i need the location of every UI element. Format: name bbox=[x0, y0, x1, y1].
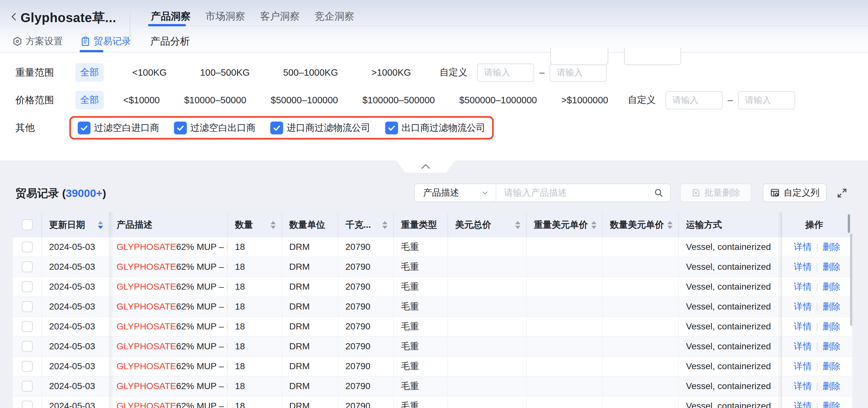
sort-icon[interactable] bbox=[591, 221, 596, 229]
delete-link[interactable]: 删除 bbox=[823, 241, 840, 253]
cell-quantity-unit: DRM bbox=[282, 317, 338, 336]
back-button[interactable] bbox=[8, 11, 20, 23]
action-separator: | bbox=[816, 242, 818, 252]
detail-link[interactable]: 详情 bbox=[794, 320, 812, 333]
detail-link[interactable]: 详情 bbox=[794, 301, 812, 313]
weight-option[interactable]: 100–500KG bbox=[195, 65, 254, 81]
delete-link[interactable]: 删除 bbox=[823, 400, 840, 408]
price-option[interactable]: >$1000000 bbox=[557, 92, 613, 108]
column-header[interactable]: 重量美元单价 bbox=[527, 212, 603, 237]
column-header[interactable]: 数量 bbox=[228, 212, 282, 237]
search-field-select[interactable]: 产品描述 bbox=[415, 184, 496, 201]
sort-icon[interactable] bbox=[515, 221, 520, 229]
sort-icon[interactable] bbox=[668, 221, 673, 229]
cell-quantity-unit: DRM bbox=[282, 237, 338, 257]
sort-desc-caret bbox=[515, 226, 520, 229]
checkbox-checked-icon[interactable] bbox=[270, 122, 283, 134]
delete-link[interactable]: 删除 bbox=[823, 281, 840, 293]
detail-link[interactable]: 详情 bbox=[794, 241, 812, 253]
sort-icon[interactable] bbox=[382, 221, 388, 229]
detail-link[interactable]: 详情 bbox=[794, 261, 812, 273]
detail-link[interactable]: 详情 bbox=[794, 380, 812, 392]
row-checkbox[interactable] bbox=[22, 361, 33, 372]
row-checkbox[interactable] bbox=[22, 321, 33, 332]
price-option[interactable]: $10000–50000 bbox=[180, 92, 251, 108]
column-header[interactable]: 产品描述 bbox=[110, 212, 228, 237]
select-all-checkbox[interactable] bbox=[22, 219, 33, 230]
price-option[interactable]: $100000–500000 bbox=[358, 92, 440, 108]
column-header[interactable]: 更新日期 bbox=[42, 212, 110, 237]
filter-checkbox-item[interactable]: 出口商过滤物流公司 bbox=[385, 122, 485, 134]
price-option[interactable]: $50000–100000 bbox=[266, 92, 343, 108]
detail-link[interactable]: 详情 bbox=[794, 281, 812, 293]
fullscreen-expand-button[interactable] bbox=[836, 187, 848, 199]
detail-link[interactable]: 详情 bbox=[794, 340, 812, 352]
filter-checkbox-item[interactable]: 进口商过滤物流公司 bbox=[270, 122, 370, 134]
main-tab[interactable]: 产品洞察 bbox=[150, 8, 191, 24]
cell-transport-mode: Vessel, containerized bbox=[679, 257, 782, 276]
range-dash: – bbox=[539, 67, 545, 78]
row-checkbox[interactable] bbox=[22, 281, 33, 292]
sort-icon[interactable] bbox=[98, 221, 103, 229]
cell-product-description: GLYPHOSATE 62% MUP – I... bbox=[110, 317, 228, 336]
filter-checkbox-item[interactable]: 过滤空白进口商 bbox=[78, 122, 159, 134]
weight-min-input[interactable] bbox=[477, 64, 534, 82]
batch-delete-button[interactable]: 批量删除 bbox=[680, 183, 751, 202]
column-header[interactable]: 数量美元单价 bbox=[603, 212, 679, 237]
detail-link[interactable]: 详情 bbox=[794, 400, 812, 408]
weight-max-input[interactable] bbox=[550, 64, 607, 82]
price-min-input[interactable] bbox=[665, 91, 722, 109]
column-header[interactable]: 数量单位 bbox=[282, 212, 338, 237]
price-option[interactable]: 全部 bbox=[75, 91, 104, 109]
column-header[interactable]: 操作 bbox=[782, 212, 852, 237]
row-checkbox[interactable] bbox=[22, 401, 33, 408]
checkbox-checked-icon[interactable] bbox=[385, 122, 398, 134]
search-button[interactable] bbox=[654, 188, 670, 198]
column-header[interactable]: 美元总价 bbox=[448, 212, 527, 237]
row-checkbox[interactable] bbox=[22, 381, 33, 392]
column-header[interactable]: 千克... bbox=[338, 212, 394, 237]
delete-link[interactable]: 删除 bbox=[823, 301, 840, 313]
scrollbar-thumb-dark[interactable] bbox=[848, 214, 850, 233]
price-option[interactable]: <$10000 bbox=[119, 92, 165, 108]
cell-usd-per-qty bbox=[603, 337, 679, 356]
main-tab[interactable]: 客户洞察 bbox=[259, 8, 301, 24]
row-checkbox[interactable] bbox=[22, 301, 33, 312]
table-row: 2024-05-03 GLYPHOSATE 62% MUP – I... 18 … bbox=[13, 297, 852, 317]
checkbox-checked-icon[interactable] bbox=[78, 122, 91, 134]
main-tab[interactable]: 竞企洞察 bbox=[314, 8, 355, 24]
subtab-product-analysis[interactable]: 产品分析 bbox=[150, 35, 190, 48]
subnav-item-trade-records[interactable]: 贸易记录 bbox=[80, 35, 131, 48]
custom-columns-button[interactable]: 自定义列 bbox=[763, 183, 827, 202]
weight-option[interactable]: <100KG bbox=[127, 65, 172, 81]
main-tab[interactable]: 市场洞察 bbox=[205, 8, 246, 24]
weight-option[interactable]: 全部 bbox=[75, 63, 104, 82]
column-header[interactable]: 重量类型 bbox=[394, 212, 448, 237]
weight-option[interactable]: 500–1000KG bbox=[278, 65, 343, 81]
delete-link[interactable]: 删除 bbox=[823, 261, 840, 273]
cell-actions: 详情 | 删除 bbox=[782, 277, 852, 296]
price-option[interactable]: $500000–1000000 bbox=[455, 92, 542, 108]
delete-link[interactable]: 删除 bbox=[823, 360, 840, 372]
price-max-input[interactable] bbox=[738, 91, 795, 109]
sort-icon[interactable] bbox=[271, 221, 276, 229]
scrollbar-thumb[interactable] bbox=[850, 234, 852, 326]
delete-link[interactable]: 删除 bbox=[823, 320, 840, 333]
detail-link[interactable]: 详情 bbox=[794, 360, 812, 372]
delete-link[interactable]: 删除 bbox=[823, 380, 840, 392]
delete-link[interactable]: 删除 bbox=[823, 340, 840, 352]
filter-checkbox-item[interactable]: 过滤空白出口商 bbox=[174, 122, 255, 134]
weight-option[interactable]: >1000KG bbox=[367, 65, 416, 81]
search-input[interactable] bbox=[496, 188, 654, 198]
cell-weight-type: 毛重 bbox=[394, 257, 448, 276]
chevron-down-icon bbox=[481, 189, 489, 197]
row-checkbox[interactable] bbox=[22, 241, 33, 252]
column-header[interactable]: 运输方式 bbox=[679, 212, 782, 237]
row-checkbox[interactable] bbox=[22, 262, 33, 272]
collapse-filters-handle[interactable] bbox=[397, 160, 455, 173]
checkbox-checked-icon[interactable] bbox=[174, 122, 187, 134]
cell-product-description: GLYPHOSATE 62% MUP – I... bbox=[110, 237, 228, 257]
column-header-label: 产品描述 bbox=[117, 219, 153, 231]
row-checkbox[interactable] bbox=[22, 341, 33, 352]
subnav-item-plan-settings[interactable]: 方案设置 bbox=[12, 35, 63, 48]
